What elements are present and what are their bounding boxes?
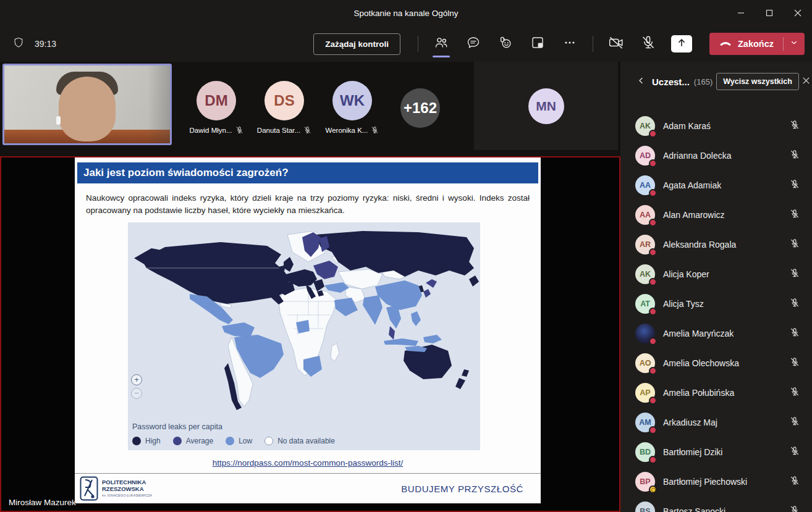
self-video-tile[interactable] [2,64,172,145]
status-badge [649,219,657,227]
filmstrip-tile[interactable]: DM Dawid Młyn... [182,62,250,150]
request-control-button[interactable]: Zażądaj kontroli [313,33,400,55]
screen-share-region: Jaki jest poziom świadomości zagrożeń? N… [0,156,620,512]
filmstrip-tile[interactable]: DS Danuta Star... [250,62,318,150]
presenter-name-label: Mirosław Mazurek [9,498,76,507]
logo-line2: RZESZOWSKA [102,486,152,493]
close-panel-button[interactable] [799,73,812,90]
participant-mic-button[interactable] [790,209,800,221]
meeting-timer: 39:13 [35,39,56,49]
status-badge [649,278,657,286]
nordpass-link[interactable]: https://nordpass.com/most-common-passwor… [213,458,403,468]
participants-panel-title: Uczest... [652,77,690,87]
meeting-stage: DM Dawid Młyn... DS Danuta Star... WK We… [0,62,620,512]
filmstrip-tile[interactable]: +162 [386,62,454,150]
back-button[interactable] [636,76,646,88]
participants-count: (165) [694,77,713,86]
slide-motto: BUDUJEMY PRZYSZŁOŚĆ [401,484,523,494]
tile-avatar: DS [264,81,304,120]
participant-mic-button[interactable] [790,298,800,310]
share-up-icon [676,37,687,51]
participant-mic-button[interactable] [790,120,800,132]
window-title: Spotkanie na kanale Ogólny [354,9,459,18]
tile-label: Dawid Młyn... [189,126,243,135]
chat-icon [466,35,481,52]
participants-button[interactable] [427,30,455,58]
participant-mic-button[interactable] [790,416,800,429]
status-badge [649,485,657,493]
participant-row[interactable]: AD Adrianna Dolecka [620,141,812,170]
close-window-button[interactable] [784,0,812,26]
participant-row[interactable]: Amelia Maryńczak [620,319,812,348]
map-zoom-out-button[interactable]: − [131,388,142,399]
status-badge [649,130,657,138]
participant-filmstrip: DM Dawid Młyn... DS Danuta Star... WK We… [0,62,620,156]
end-call-options-button[interactable] [784,33,805,55]
mute-all-button[interactable]: Wycisz wszystkich [716,73,799,90]
presentation-slide: Jaki jest poziom świadomości zagrożeń? N… [75,157,541,503]
map-zoom-in-button[interactable]: + [131,374,142,385]
camera-toggle-button[interactable] [602,30,630,58]
maximize-button[interactable] [755,0,784,26]
participant-name: Bartłomiej Dziki [663,447,722,457]
participant-row[interactable]: AT Alicja Tysz [620,289,812,319]
mic-muted-icon [790,179,800,191]
participant-row[interactable]: AA Agata Adamiak [620,170,812,200]
mic-toggle-button[interactable] [634,30,662,58]
minimize-button[interactable] [727,0,755,26]
participant-name: Amelia Olechowska [663,358,739,368]
participant-row[interactable]: BD Bartłomiej Dziki [620,437,812,467]
hangup-icon [719,36,732,52]
reactions-button[interactable] [491,30,520,58]
mic-muted-icon [790,357,800,369]
share-screen-button[interactable] [671,35,692,52]
participant-name: Adam Karaś [663,121,711,131]
participant-row[interactable]: AP Amelia Połubińska [620,378,812,408]
mic-muted-icon [790,387,800,399]
participant-row[interactable]: AK Adam Karaś [620,111,812,141]
participant-mic-button[interactable] [790,476,800,488]
participant-mic-button[interactable] [790,505,800,512]
participant-mic-button[interactable] [790,149,800,162]
mic-muted-icon [790,268,800,280]
status-badge [649,159,657,167]
participant-mic-button[interactable] [790,357,800,369]
participant-avatar: BS [635,502,655,512]
participant-row[interactable]: AR Aleksandra Rogala [620,230,812,259]
participant-row[interactable]: BP Bartłomiej Piechowski [620,467,812,497]
filmstrip-tile[interactable]: WK Weronika K... [318,62,386,150]
meeting-toolbar: 39:13 Zażądaj kontroli [0,26,812,62]
status-badge [649,367,657,375]
chat-button[interactable] [459,30,488,58]
spotlight-tile[interactable]: MN [474,62,618,150]
participant-mic-button[interactable] [790,446,800,458]
tile-avatar: DM [197,81,236,120]
politechnika-logo: POLITECHNIKA RZESZOWSKA im. IGNACEGO ŁUK… [80,476,152,501]
breakout-rooms-button[interactable] [523,30,552,58]
legend-dot-nodata [264,437,273,445]
end-call-button[interactable]: Zakończ [709,33,783,55]
participant-name: Arkadiusz Maj [663,418,717,427]
mic-muted-icon [790,120,800,132]
participant-row[interactable]: BS Bartosz Sanocki [620,497,812,512]
status-badge [649,308,657,316]
status-badge [649,189,657,197]
more-options-button[interactable] [556,30,584,58]
participant-row[interactable]: AA Alan Amarowicz [620,200,812,230]
participant-list: AK Adam Karaś AD Adrianna Dolecka AA Aga… [620,111,812,512]
participant-row[interactable]: AO Amelia Olechowska [620,348,812,378]
participant-mic-button[interactable] [790,179,800,191]
world-map-svg [128,222,480,414]
participant-mic-button[interactable] [790,327,800,340]
participant-row[interactable]: AM Arkadiusz Maj [620,408,812,437]
participant-row[interactable]: AK Alicja Koper [620,259,812,289]
participant-name: Amelia Połubińska [663,388,734,398]
participant-mic-button[interactable] [790,387,800,399]
camera-off-icon [608,35,624,53]
filmstrip-avatars: DM Dawid Młyn... DS Danuta Star... WK We… [182,62,454,150]
legend-item-average: Average [173,437,213,445]
participant-name: Adrianna Dolecka [663,151,732,161]
participant-mic-button[interactable] [790,268,800,280]
participant-mic-button[interactable] [790,238,800,251]
participant-name: Alicja Koper [663,269,709,279]
